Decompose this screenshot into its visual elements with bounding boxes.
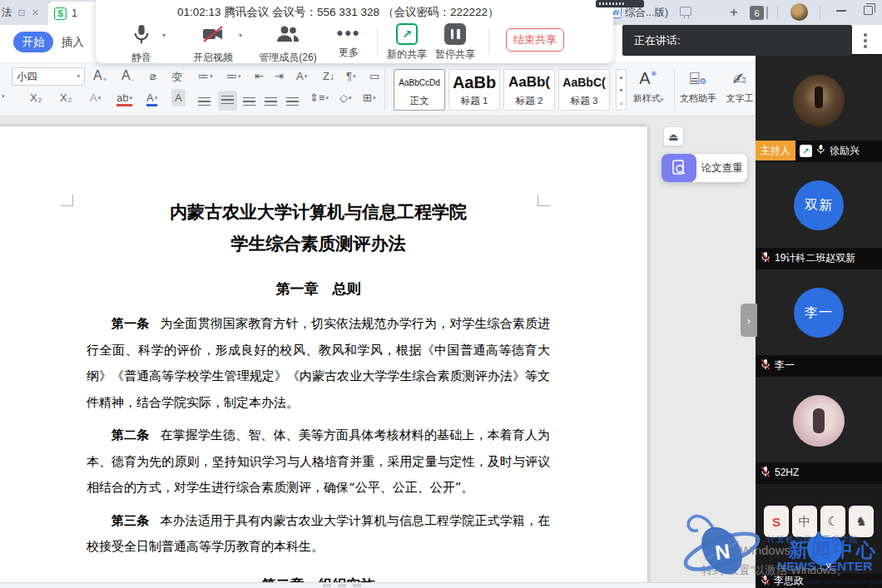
- bullet-list-icon[interactable]: ≔▾: [198, 70, 213, 82]
- style-heading2[interactable]: AaBb( 标题 2: [503, 69, 555, 111]
- manage-members-button[interactable]: 管理成员(26): [252, 23, 324, 65]
- close-tab-icon[interactable]: ✕: [32, 7, 39, 18]
- tab-scrollbar[interactable]: [766, 7, 768, 19]
- pause-share-button[interactable]: 暂停共享: [432, 23, 478, 62]
- window-minimize-button[interactable]: [836, 10, 846, 12]
- char-shading-icon[interactable]: A: [171, 89, 186, 106]
- distribute-icon[interactable]: [286, 95, 299, 110]
- participant-name-bar: 主持人 ↗ 徐励兴: [756, 141, 882, 161]
- start-video-label: 开启视频: [184, 51, 242, 65]
- article-3: 第三条本办法适用于具有内蒙古农业大学计算机与信息工程学院正式学籍，在校接受全日制…: [87, 508, 550, 561]
- align-right-icon[interactable]: [243, 95, 255, 110]
- document-canvas: 内蒙古农业大学计算机与信息工程学院 学生综合素质测评办法 第一章 总则 第一条为…: [0, 116, 756, 582]
- mic-on-icon: [816, 144, 825, 157]
- active-document-tab[interactable]: S 1: [48, 2, 98, 25]
- borders-icon[interactable]: ⊞▾: [363, 91, 375, 104]
- participant-name: 李一: [775, 358, 795, 373]
- subscript-icon[interactable]: X2: [60, 91, 72, 104]
- new-share-label: 新的共享: [384, 47, 430, 62]
- numbered-list-icon[interactable]: ≕▾: [226, 70, 241, 82]
- article-lead: 第二条: [111, 427, 149, 442]
- font-size-select[interactable]: 小四 ▾: [12, 67, 85, 86]
- avatar: 双新: [794, 180, 844, 230]
- superscript-icon[interactable]: X2: [30, 91, 42, 104]
- more-button[interactable]: ••• 更多: [327, 23, 370, 60]
- align-center-icon[interactable]: [218, 91, 237, 111]
- document-page[interactable]: 内蒙古农业大学计算机与信息工程学院 学生综合素质测评办法 第一章 总则 第一条为…: [0, 126, 647, 582]
- style-gallery-scroll[interactable]: ▲▼≡: [616, 69, 627, 111]
- account-avatar[interactable]: [790, 3, 808, 21]
- divider: [820, 7, 820, 19]
- increase-indent-icon[interactable]: ⇥: [275, 70, 284, 82]
- shading-icon[interactable]: ◇▾: [339, 91, 352, 104]
- share-doc-icon[interactable]: ⊡: [18, 7, 26, 18]
- end-share-button[interactable]: 结束共享: [506, 28, 564, 52]
- mute-button[interactable]: ▾ 静音: [112, 23, 171, 65]
- ribbon-toolbar: 小四 ▾ A+ A- ⌀ 变 ▾ X2 X2 A▾ ab▾ A▾ A ≔▾ ≕▾…: [0, 62, 882, 116]
- chevron-down-icon[interactable]: ▾: [162, 32, 166, 39]
- chapter-1-heading: 第一章 总则: [87, 278, 550, 299]
- manage-members-label: 管理成员(26): [252, 51, 324, 65]
- chevron-down-icon[interactable]: ▾: [239, 32, 242, 39]
- decrease-font-icon[interactable]: A-: [121, 68, 133, 83]
- new-share-button[interactable]: ↗ 新的共享: [384, 23, 430, 62]
- new-tab-button[interactable]: +: [726, 2, 742, 22]
- doc-assistant-icon: ⌸⚙: [679, 69, 717, 92]
- font-color-icon[interactable]: A▾: [146, 91, 157, 106]
- increase-font-icon[interactable]: A+: [93, 68, 107, 83]
- highlight-color-icon[interactable]: ab▾: [116, 91, 132, 106]
- document-tab-partial[interactable]: 法 ⊡ ✕: [0, 0, 48, 25]
- style-name: 标题 2: [504, 95, 554, 107]
- article-2: 第二条在掌握学生德、智、体、美等方面具体考核材料的基础上，本着育人为本、德育为先…: [87, 422, 550, 502]
- divider: [488, 28, 489, 55]
- divider: [777, 7, 778, 19]
- text-effects-icon[interactable]: A▾: [90, 91, 101, 104]
- ribbon-tab-insert[interactable]: 插入: [62, 35, 84, 50]
- frame-icon[interactable]: ▭: [369, 70, 379, 82]
- align-left-icon[interactable]: [198, 95, 211, 110]
- avatar: [793, 395, 845, 447]
- new-style-button[interactable]: A✳ 新样式▾: [629, 69, 667, 112]
- style-heading1[interactable]: AaBb 标题 1: [448, 69, 500, 111]
- host-badge: 主持人: [756, 141, 795, 161]
- article-1: 第一条为全面贯彻国家教育方针，切实依法规范办学行为，对学生综合素质进行全面、科学…: [87, 311, 550, 416]
- participant-tile[interactable]: 双新 19计科二班赵双新: [756, 162, 882, 268]
- style-heading3[interactable]: AaBbC( 标题 3: [558, 69, 610, 111]
- sort-icon[interactable]: Z↓: [323, 70, 334, 82]
- app-stamp-icon: 中: [792, 506, 817, 537]
- plagiarism-check-button[interactable]: 论文查重: [662, 154, 747, 182]
- doc-assistant-button[interactable]: ⌸⚙ 文档助手: [679, 69, 717, 112]
- ribbon-tab-home[interactable]: 开始: [13, 32, 53, 52]
- line-spacing-icon[interactable]: ⇕≡▾: [310, 91, 329, 104]
- mic-muted-icon: [761, 251, 771, 265]
- mute-label: 静音: [112, 51, 171, 65]
- window-restore-button[interactable]: [864, 6, 873, 15]
- clear-format-icon[interactable]: ⌀: [150, 70, 156, 82]
- share-screen-icon[interactable]: [680, 7, 691, 16]
- style-normal[interactable]: AaBbCcDd 正文: [394, 69, 445, 111]
- sidebar-expand-handle[interactable]: ›: [741, 304, 757, 337]
- tab-count-badge[interactable]: 6: [750, 6, 764, 20]
- participant-tile[interactable]: 52HZ: [756, 377, 882, 482]
- kebab-menu-icon[interactable]: [864, 33, 867, 50]
- paragraph-mark-icon[interactable]: ¶▾: [346, 70, 356, 82]
- pinyin-icon[interactable]: 变: [171, 70, 182, 85]
- style-preview: AaBb(: [504, 70, 554, 95]
- camera-off-icon: [201, 33, 225, 47]
- text-tool-button[interactable]: ✍ 文字工: [721, 69, 759, 112]
- decrease-indent-icon[interactable]: ⇤: [255, 70, 264, 82]
- microphone-icon: [132, 33, 151, 47]
- chevron-down-icon[interactable]: ▾: [2, 93, 5, 100]
- participant-name-bar: 52HZ: [756, 462, 882, 482]
- justify-icon[interactable]: [265, 95, 277, 110]
- collapse-toolbar-button[interactable]: ⏏: [663, 126, 684, 146]
- app-stamp-icon: ♞: [849, 506, 874, 537]
- meeting-control-bar: 01:02:13 腾讯会议 会议号：556 331 328 （会议密码：2222…: [96, 0, 613, 63]
- participant-tile-host[interactable]: 主持人 ↗ 徐励兴: [756, 55, 882, 161]
- participant-tile[interactable]: 李一 李一: [756, 269, 882, 375]
- start-video-button[interactable]: ▾ 开启视频: [184, 23, 242, 65]
- text-direction-icon[interactable]: A▾: [296, 70, 307, 82]
- style-name: 正文: [394, 95, 444, 107]
- document-body[interactable]: 内蒙古农业大学计算机与信息工程学院 学生综合素质测评办法 第一章 总则 第一条为…: [87, 126, 550, 582]
- divider: [377, 28, 378, 55]
